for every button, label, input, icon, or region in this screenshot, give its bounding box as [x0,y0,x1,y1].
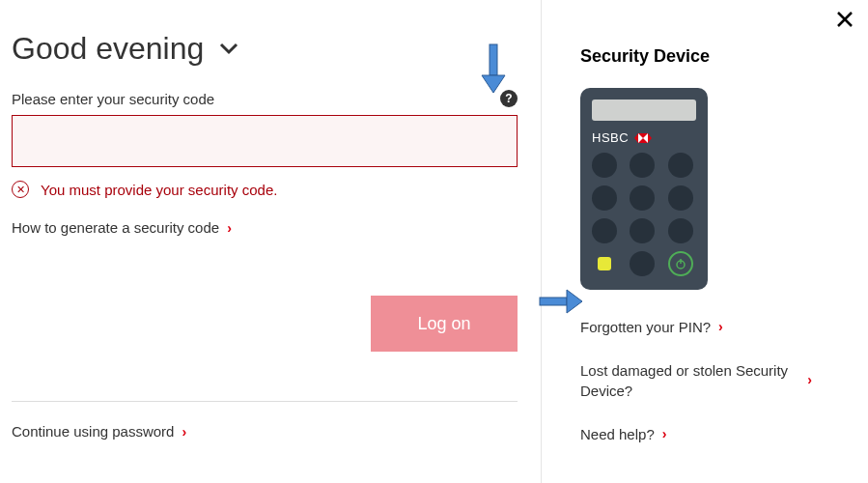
sidebar-title: Security Device [580,46,841,67]
continue-password-text: Continue using password [12,423,174,440]
svg-rect-9 [540,298,567,305]
chevron-right-icon: › [227,220,232,236]
forgotten-pin-link[interactable]: Forgotten your PIN? › [580,317,723,337]
svg-marker-4 [648,133,652,143]
error-icon: ✕ [12,181,29,198]
greeting-text: Good evening [12,31,204,67]
device-screen [592,99,696,121]
greeting-row: Good evening [12,31,518,67]
chevron-right-icon: › [807,371,812,390]
chevron-right-icon: › [662,425,667,444]
device-yellow-button [598,257,611,270]
help-icon[interactable]: ? [500,90,518,107]
need-help-text: Need help? [580,424,655,444]
device-keypad [592,153,696,276]
logon-button[interactable]: Log on [371,296,518,352]
generate-code-text: How to generate a security code [12,219,219,236]
chevron-right-icon: › [182,424,186,440]
device-brand: HSBC [592,130,696,145]
lost-device-text: Lost damaged or stolen Security Device? [580,360,799,401]
login-panel: Good evening Please enter your security … [0,0,541,483]
security-device-panel: Security Device HSBC [541,0,868,483]
security-code-input[interactable] [12,115,518,167]
need-help-link[interactable]: Need help? › [580,424,666,444]
lost-device-link[interactable]: Lost damaged or stolen Security Device? … [580,360,812,401]
error-text: You must provide your security code. [41,182,277,198]
security-device-image: HSBC [580,88,708,290]
generate-code-link[interactable]: How to generate a security code › [12,219,232,236]
svg-marker-3 [634,133,638,143]
svg-marker-10 [567,290,582,313]
forgotten-pin-text: Forgotten your PIN? [580,317,711,337]
chevron-down-icon[interactable] [219,43,238,56]
close-icon[interactable] [835,10,854,33]
device-brand-text: HSBC [592,130,629,145]
security-code-label: Please enter your security code [12,91,214,107]
chevron-right-icon: › [718,318,723,337]
continue-password-link[interactable]: Continue using password › [12,402,186,440]
error-message: ✕ You must provide your security code. [12,181,518,198]
hsbc-logo-icon [634,133,652,143]
power-icon [668,251,693,276]
annotation-arrow-right-icon [538,286,586,317]
